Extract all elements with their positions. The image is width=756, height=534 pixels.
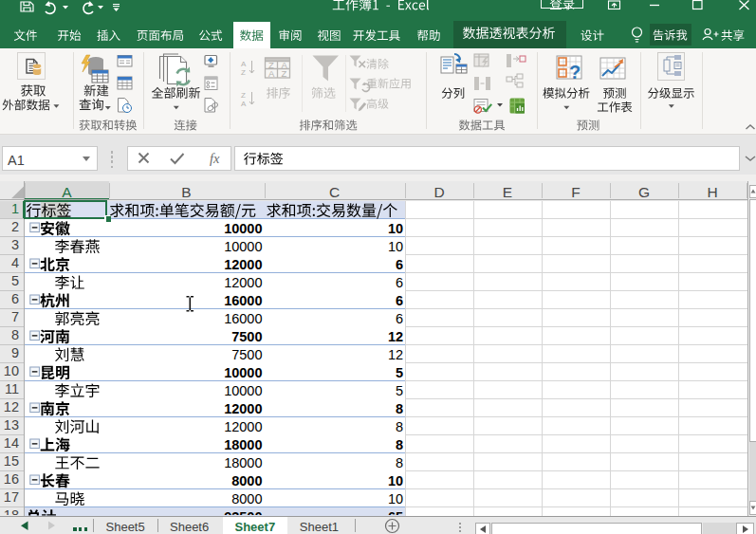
svg-text:A: A (241, 100, 247, 108)
svg-text:A: A (241, 60, 247, 68)
svg-text:Z: Z (241, 68, 246, 77)
svg-text:?: ? (569, 62, 581, 83)
svg-text:Z: Z (241, 91, 246, 100)
svg-text:A: A (268, 68, 275, 79)
svg-text:Z: Z (282, 68, 287, 79)
